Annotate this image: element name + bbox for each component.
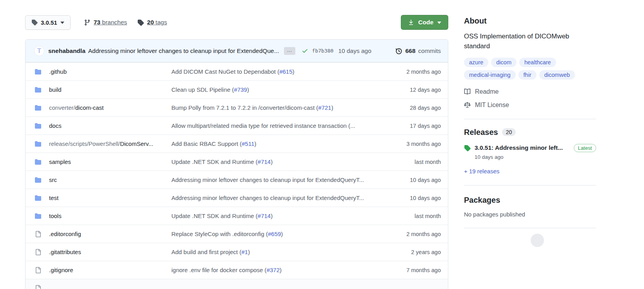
row-commit-message-link[interactable]: Allow multipart/related media type for r… (171, 122, 382, 129)
row-commit-message-link[interactable]: Replace StyleCop with .editorconfig (#65… (171, 231, 382, 237)
table-row: release/scripts/PowerShell/DicomServ... … (25, 135, 448, 153)
table-row: samples Update .NET SDK and Runtime (#71… (25, 153, 448, 171)
table-row: tools Update .NET SDK and Runtime (#714)… (25, 207, 448, 225)
commit-hash-link[interactable]: fb7b380 (312, 48, 334, 54)
avatar[interactable]: T (34, 46, 44, 56)
packages-section: Packages No packages published (464, 185, 596, 218)
download-icon (408, 19, 414, 25)
folder-icon (35, 69, 41, 75)
branches-link[interactable]: 73 branches (84, 19, 127, 26)
row-commit-message-link[interactable]: Add build and first project (#1) (171, 249, 382, 255)
folder-icon (35, 177, 41, 183)
table-row: test Addressing minor leftover changes t… (25, 189, 448, 207)
row-commit-message-link[interactable]: Update .NET SDK and Runtime (#714) (171, 213, 382, 219)
repo-toolbar: 3.0.51 73 branches 20 tags Code (25, 15, 448, 30)
license-link[interactable]: MIT License (464, 102, 596, 109)
repo-description: OSS Implementation of DICOMweb standard (464, 32, 596, 51)
repo-main-column: 3.0.51 73 branches 20 tags Code T snehab… (25, 15, 448, 289)
commits-history-link[interactable]: 668 commits (395, 47, 441, 55)
commit-date: 2 months ago (382, 69, 441, 75)
tag-icon (31, 19, 38, 25)
row-commit-message-link[interactable]: Add Basic RBAC Support (#511) (171, 140, 382, 147)
code-button[interactable]: Code (401, 15, 448, 30)
row-commit-message-link[interactable]: Bump Polly from 7.2.1 to 7.2.2 in /conve… (171, 104, 382, 111)
commit-date: 28 days ago (382, 105, 441, 111)
more-releases-link[interactable]: + 19 releases (464, 168, 499, 174)
table-row (25, 279, 448, 289)
topics-list: azure dicom healthcare medical-imaging f… (464, 58, 596, 80)
tag-icon (137, 19, 144, 26)
latest-release-item[interactable]: 3.0.51: Addressing minor left... Latest … (464, 144, 596, 160)
code-button-label: Code (418, 19, 433, 26)
commit-date: last month (382, 213, 441, 219)
topic-pill[interactable]: medical-imaging (464, 70, 516, 80)
commit-date: 2 months ago (382, 231, 441, 237)
releases-section: Releases 20 3.0.51: Addressing minor lef… (464, 119, 596, 175)
releases-heading-link[interactable]: Releases (464, 128, 498, 137)
tag-icon (464, 145, 471, 151)
row-commit-message-link[interactable]: Addressing minor leftover changes to cle… (171, 194, 382, 201)
file-name-link[interactable]: .github (49, 68, 171, 75)
repo-page: 3.0.51 73 branches 20 tags Code T snehab… (0, 0, 644, 289)
commit-message-link[interactable]: Addressing minor leftover changes to cle… (88, 47, 279, 55)
file-name-link[interactable]: .gitignore (49, 267, 171, 273)
tags-link[interactable]: 20 tags (137, 19, 167, 26)
file-name-link[interactable]: build (49, 86, 171, 93)
row-commit-message-link[interactable]: Add DICOM Cast NuGet to Dependabot (#615… (171, 68, 382, 75)
file-table: T snehabandla Addressing minor leftover … (25, 39, 448, 289)
file-icon (35, 249, 41, 255)
row-commit-message-link[interactable]: Update .NET SDK and Runtime (#714) (171, 158, 382, 165)
book-icon (464, 88, 471, 95)
readme-link[interactable]: Readme (464, 88, 596, 95)
releases-count-badge: 20 (502, 128, 516, 136)
folder-icon (35, 105, 41, 111)
commit-author-link[interactable]: snehabandla (48, 47, 86, 55)
file-icon (35, 231, 41, 237)
file-name-link[interactable]: docs (49, 122, 171, 129)
topic-pill[interactable]: azure (464, 58, 488, 67)
table-row: src Addressing minor leftover changes to… (25, 171, 448, 189)
file-icon (35, 267, 41, 273)
topic-pill[interactable]: healthcare (519, 58, 556, 67)
chevron-down-icon (60, 22, 64, 24)
about-heading: About (464, 16, 596, 25)
commit-ellipsis-button[interactable]: … (284, 47, 295, 55)
commit-date: 12 days ago (382, 87, 441, 93)
git-branch-icon (84, 19, 91, 26)
check-icon (302, 47, 308, 54)
release-time: 10 days ago (475, 154, 596, 160)
file-name-link[interactable]: src (49, 176, 171, 183)
commit-date: 2 years ago (382, 249, 441, 255)
selected-tag-label: 3.0.51 (41, 19, 57, 26)
packages-heading: Packages (464, 196, 596, 205)
folder-icon (35, 123, 41, 129)
file-name-link[interactable]: release/scripts/PowerShell/DicomServ... (49, 140, 171, 147)
latest-commit-bar: T snehabandla Addressing minor leftover … (25, 40, 448, 62)
commit-date: last month (382, 159, 441, 165)
table-row: build Clean up SDL Pipeline (#739) 12 da… (25, 80, 448, 98)
topic-pill[interactable]: dicomweb (539, 70, 575, 80)
avatar[interactable] (531, 234, 544, 247)
folder-icon (35, 195, 41, 201)
packages-empty-text: No packages published (464, 211, 596, 218)
branch-tag-selector[interactable]: 3.0.51 (25, 15, 71, 30)
history-clock-icon (395, 47, 402, 55)
topic-pill[interactable]: dicom (491, 58, 517, 67)
folder-icon (35, 87, 41, 93)
file-name-link[interactable]: tools (49, 213, 171, 219)
file-name-link[interactable]: test (49, 194, 171, 201)
file-name-link[interactable]: samples (49, 158, 171, 165)
row-commit-message-link[interactable]: Addressing minor leftover changes to cle… (171, 176, 382, 183)
sidebar-divider (464, 228, 596, 228)
commit-date: 10 days ago (382, 195, 441, 201)
file-name-link[interactable]: .editorconfig (49, 231, 171, 237)
row-commit-message-link[interactable]: Clean up SDL Pipeline (#739) (171, 86, 382, 93)
file-name-link[interactable]: converter/dicom-cast (49, 104, 171, 111)
commit-date: 3 months ago (382, 141, 441, 147)
topic-pill[interactable]: fhir (518, 70, 537, 80)
file-name-link[interactable]: .gitattributes (49, 249, 171, 255)
row-commit-message-link[interactable]: ignore .env file for docker compose (#37… (171, 267, 382, 273)
release-title: 3.0.51: Addressing minor left... (475, 144, 563, 151)
latest-badge[interactable]: Latest (574, 144, 596, 152)
folder-icon (35, 159, 41, 165)
